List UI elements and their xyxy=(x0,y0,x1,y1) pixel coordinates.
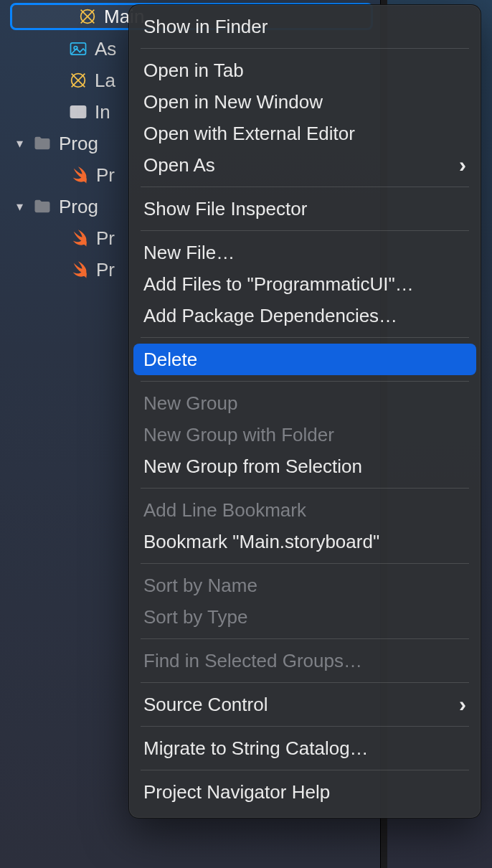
swift-icon xyxy=(69,227,90,249)
menu-separator xyxy=(141,488,469,489)
chevron-down-icon: ▾ xyxy=(13,199,26,214)
menu-item-label: New File… xyxy=(143,242,235,264)
assets-icon xyxy=(67,38,89,60)
menu-item-label: New Group with Folder xyxy=(143,424,334,446)
menu-item-label: Source Control xyxy=(143,694,268,716)
menu-separator xyxy=(141,638,469,639)
menu-item-label: Bookmark "Main.storyboard" xyxy=(143,531,379,553)
menu-item[interactable]: Add Package Dependencies… xyxy=(133,300,476,331)
menu-separator xyxy=(141,682,469,683)
nav-file-label: In xyxy=(95,101,110,123)
menu-separator xyxy=(141,48,469,49)
menu-item-label: Migrate to String Catalog… xyxy=(143,737,369,760)
nav-group-label: Prog xyxy=(59,133,98,155)
folder-icon xyxy=(32,133,53,154)
nav-file-label: Pr xyxy=(96,259,115,281)
swift-icon xyxy=(69,259,90,280)
menu-item-label: New Group from Selection xyxy=(143,456,362,478)
menu-item: Find in Selected Groups… xyxy=(133,645,476,676)
menu-separator xyxy=(141,230,469,231)
storyboard-icon xyxy=(77,6,98,27)
menu-separator xyxy=(141,726,469,727)
menu-item: New Group xyxy=(133,387,476,419)
menu-separator xyxy=(141,187,469,187)
menu-item[interactable]: New File… xyxy=(133,237,476,268)
menu-item[interactable]: Show File Inspector xyxy=(133,193,476,225)
menu-item-label: Open in Tab xyxy=(143,60,244,82)
nav-group-label: Prog xyxy=(59,196,98,218)
menu-item[interactable]: Delete xyxy=(133,344,476,375)
menu-item[interactable]: Migrate to String Catalog… xyxy=(133,732,476,764)
menu-item[interactable]: Source Control› xyxy=(133,689,476,720)
menu-item-label: Show File Inspector xyxy=(143,198,307,220)
menu-item-label: Delete xyxy=(143,349,197,371)
menu-item[interactable]: Add Files to "ProgrammaticUI"… xyxy=(133,268,476,300)
folder-icon xyxy=(32,196,53,217)
chevron-down-icon: ▾ xyxy=(13,136,26,151)
menu-item-label: Add Files to "ProgrammaticUI"… xyxy=(143,273,414,296)
menu-item-label: New Group xyxy=(143,392,238,415)
menu-item-label: Add Line Bookmark xyxy=(143,499,306,522)
menu-item-label: Sort by Name xyxy=(143,575,257,597)
menu-item: New Group with Folder xyxy=(133,419,476,450)
menu-item-label: Open As xyxy=(143,154,215,176)
menu-separator xyxy=(141,563,469,564)
menu-item-label: Find in Selected Groups… xyxy=(143,650,362,672)
chevron-right-icon: › xyxy=(459,692,466,717)
menu-separator xyxy=(141,381,469,382)
menu-item-label: Add Package Dependencies… xyxy=(143,305,397,327)
menu-item-label: Open with External Editor xyxy=(143,123,355,145)
nav-file-label: Pr xyxy=(96,164,115,187)
menu-item[interactable]: Open in New Window xyxy=(133,86,476,118)
swift-icon xyxy=(69,164,90,186)
menu-item-label: Sort by Type xyxy=(143,606,248,628)
table-icon xyxy=(67,101,89,123)
menu-item[interactable]: Open As› xyxy=(133,149,476,181)
nav-file-label: La xyxy=(95,70,115,92)
context-menu: Show in FinderOpen in TabOpen in New Win… xyxy=(128,4,481,819)
menu-item[interactable]: Show in Finder xyxy=(133,11,476,42)
menu-separator xyxy=(141,770,469,770)
menu-separator xyxy=(141,337,469,338)
menu-item[interactable]: Project Navigator Help xyxy=(133,776,476,808)
menu-item: Sort by Name xyxy=(133,570,476,601)
menu-item[interactable]: New Group from Selection xyxy=(133,450,476,482)
menu-item[interactable]: Open with External Editor xyxy=(133,118,476,149)
storyboard-icon xyxy=(67,70,89,91)
nav-file-label: Pr xyxy=(96,227,115,250)
nav-file-label: As xyxy=(95,38,116,60)
menu-item[interactable]: Bookmark "Main.storyboard" xyxy=(133,526,476,557)
menu-item-label: Show in Finder xyxy=(143,16,268,38)
menu-item-label: Project Navigator Help xyxy=(143,781,330,803)
chevron-right-icon: › xyxy=(459,153,466,177)
menu-item-label: Open in New Window xyxy=(143,91,323,113)
menu-item[interactable]: Open in Tab xyxy=(133,55,476,86)
menu-item: Add Line Bookmark xyxy=(133,494,476,526)
menu-item: Sort by Type xyxy=(133,601,476,633)
